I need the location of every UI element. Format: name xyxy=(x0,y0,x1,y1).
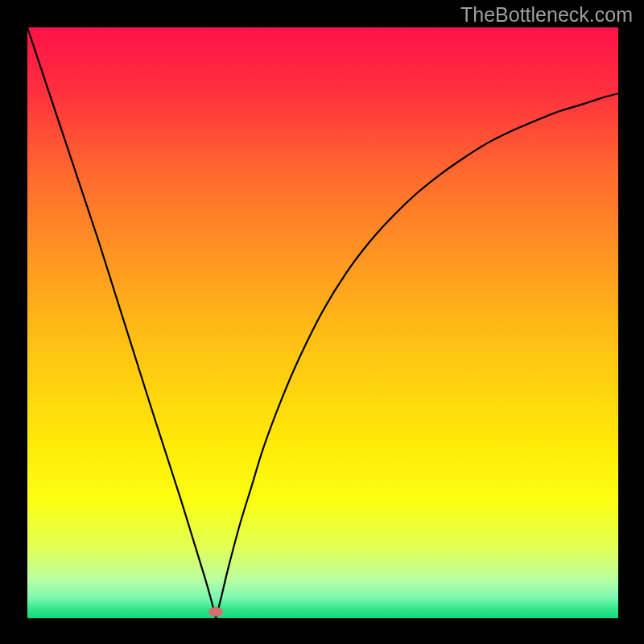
plot-area xyxy=(27,27,618,618)
bottleneck-curve xyxy=(27,27,618,618)
watermark-text: TheBottleneck.com xyxy=(460,3,633,27)
minimum-marker xyxy=(208,607,223,617)
chart-stage: TheBottleneck.com xyxy=(0,0,644,644)
